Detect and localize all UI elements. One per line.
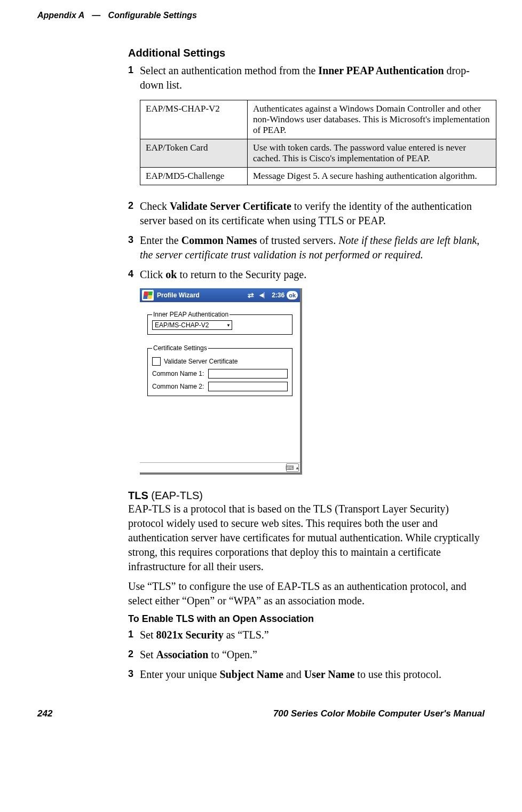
common-name-1-input[interactable] [208, 369, 288, 379]
titlebar: Profile Wizard 2:36 ok [140, 288, 300, 302]
chevron-down-icon: ▼ [226, 323, 231, 328]
validate-server-label: Validate Server Certificate [164, 358, 238, 365]
step-number: 2 [128, 199, 133, 212]
cell-method: EAP/MS-CHAP-V2 [140, 100, 248, 139]
step2-bold: Validate Server Certificate [170, 200, 291, 212]
device-bottom-bar [140, 462, 300, 472]
s3-pre: Enter your unique [140, 668, 219, 680]
cell-desc: Authenticates against a Windows Domain C… [248, 100, 496, 139]
s3-mid: and [283, 668, 304, 680]
validate-server-checkbox[interactable] [152, 357, 161, 366]
enable-tls-heading: To Enable TLS with an Open Association [128, 613, 485, 625]
table-row: EAP/Token Card Use with token cards. The… [140, 139, 496, 168]
step3-pre: Enter the [140, 234, 181, 246]
step4-pre: Click [140, 269, 165, 280]
additional-steps-list: 1 Select an authentication method from t… [128, 64, 485, 92]
cell-method: EAP/MD5-Challenge [140, 168, 248, 185]
s1-pre: Set [140, 629, 156, 641]
table-row: EAP/MS-CHAP-V2 Authenticates against a W… [140, 100, 496, 139]
tls-heading: TLS (EAP-TLS) [128, 490, 485, 502]
tls-para-1: EAP-TLS is a protocol that is based on t… [128, 502, 485, 574]
cell-method: EAP/Token Card [140, 139, 248, 168]
step-number: 2 [128, 648, 133, 660]
certificate-settings-group: Certificate Settings Validate Server Cer… [147, 344, 292, 396]
step-number: 3 [128, 233, 133, 246]
cell-desc: Use with token cards. The password value… [248, 139, 496, 168]
s3-post: to use this protocol. [354, 668, 441, 680]
tls-step-1: 1 Set 8021x Security as “TLS.” [128, 628, 485, 642]
network-icon[interactable] [248, 291, 256, 299]
step2-pre: Check [140, 200, 170, 212]
tls-para-2: Use “TLS” to configure the use of EAP-TL… [128, 579, 485, 608]
cell-desc: Message Digest 5. A secure hashing authe… [248, 168, 496, 185]
tls-heading-rest: (EAP-TLS) [148, 490, 203, 501]
inner-peap-legend: Inner PEAP Authentication [152, 311, 230, 318]
step-1: 1 Select an authentication method from t… [128, 64, 485, 92]
common-name-2-row: Common Name 2: [152, 382, 288, 391]
tls-step-3: 3 Enter your unique Subject Name and Use… [128, 667, 485, 682]
step-number: 3 [128, 667, 133, 680]
windows-flag-icon [143, 291, 153, 299]
s1-post: as “TLS.” [224, 629, 269, 641]
common-name-2-input[interactable] [208, 382, 288, 391]
running-header: Appendix A — Configurable Settings [37, 11, 485, 20]
tls-step-2: 2 Set Association to “Open.” [128, 648, 485, 662]
validate-row: Validate Server Certificate [152, 357, 288, 366]
step-4: 4 Click ok to return to the Security pag… [128, 267, 485, 282]
clock-text[interactable]: 2:36 [272, 291, 284, 299]
page: Appendix A — Configurable Settings Addit… [0, 0, 522, 740]
auth-methods-table: EAP/MS-CHAP-V2 Authenticates against a W… [140, 100, 496, 185]
step3-mid: of trusted servers. [257, 234, 338, 246]
device-body: Inner PEAP Authentication EAP/MS-CHAP-V2… [140, 302, 300, 462]
s3-bold2: User Name [304, 668, 355, 680]
cert-legend: Certificate Settings [152, 344, 208, 352]
inner-peap-group: Inner PEAP Authentication EAP/MS-CHAP-V2… [147, 311, 292, 335]
content-area: Additional Settings 1 Select an authenti… [128, 47, 485, 682]
tls-heading-bold: TLS [128, 490, 148, 501]
step4-post: to return to the Security page. [177, 269, 306, 280]
step3-bold: Common Names [181, 234, 257, 246]
step-number: 1 [128, 64, 133, 76]
cn2-label: Common Name 2: [152, 383, 208, 390]
window-title: Profile Wizard [157, 291, 200, 299]
s1-bold: 8021x Security [156, 629, 224, 641]
step-3: 3 Enter the Common Names of trusted serv… [128, 233, 485, 262]
additional-settings-heading: Additional Settings [128, 47, 485, 59]
s3-bold1: Subject Name [219, 668, 283, 680]
page-number: 242 [37, 708, 52, 719]
cn1-label: Common Name 1: [152, 370, 208, 377]
section-title: Configurable Settings [108, 11, 197, 20]
page-footer: 242 700 Series Color Mobile Computer Use… [37, 708, 485, 719]
common-name-1-row: Common Name 1: [152, 369, 288, 379]
combo-value: EAP/MS-CHAP-V2 [155, 321, 209, 329]
appendix-label: Appendix A [37, 11, 84, 20]
s2-post: to “Open.” [208, 649, 257, 660]
step4-bold: ok [165, 269, 177, 280]
step-2: 2 Check Validate Server Certificate to v… [128, 199, 485, 228]
additional-steps-list-cont: 2 Check Validate Server Certificate to v… [128, 199, 485, 282]
s2-bold: Association [156, 649, 209, 660]
start-icon[interactable] [142, 290, 154, 301]
enable-tls-steps: 1 Set 8021x Security as “TLS.” 2 Set Ass… [128, 628, 485, 682]
step1-text-bold: Inner PEAP Authentication [318, 65, 444, 76]
volume-icon[interactable] [259, 291, 268, 299]
table-row: EAP/MD5-Challenge Message Digest 5. A se… [140, 168, 496, 185]
step1-text-pre: Select an authentication method from the [140, 65, 318, 76]
device-screenshot: Profile Wizard 2:36 ok Inner PEAP Authen… [140, 288, 302, 475]
auth-method-combobox[interactable]: EAP/MS-CHAP-V2 ▼ [152, 320, 232, 330]
s2-pre: Set [140, 649, 156, 660]
ok-button[interactable]: ok [287, 291, 298, 299]
header-divider: — [92, 11, 100, 20]
step-number: 4 [128, 267, 133, 280]
manual-title: 700 Series Color Mobile Computer User's … [273, 708, 485, 719]
keyboard-icon[interactable] [286, 463, 299, 472]
step-number: 1 [128, 628, 133, 641]
